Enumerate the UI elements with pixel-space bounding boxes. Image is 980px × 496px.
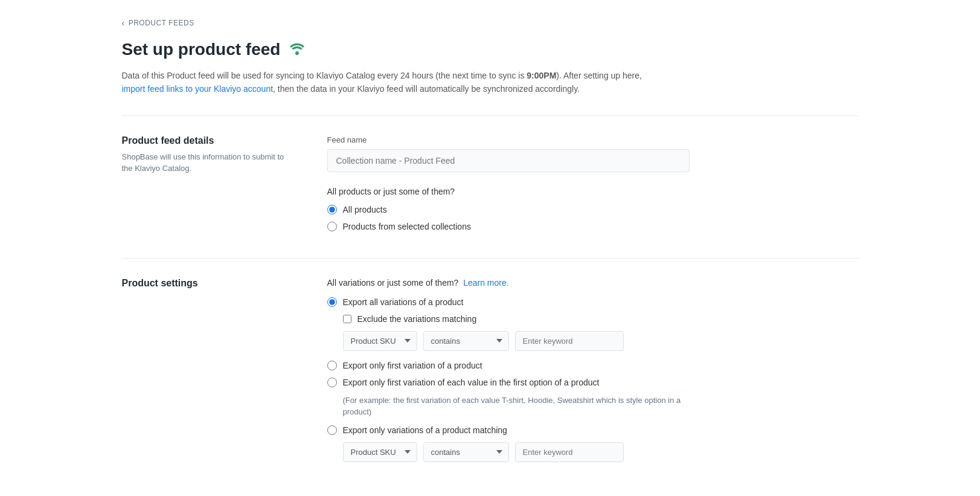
contains-select-1[interactable]: contains does not contain equals starts …: [423, 331, 509, 351]
radio-export-matching[interactable]: Export only variations of a product matc…: [327, 425, 859, 435]
radio-export-matching-label: Export only variations of a product matc…: [343, 425, 507, 435]
page-title: Set up product feed: [122, 40, 281, 59]
breadcrumb[interactable]: ‹ PRODUCT FEEDS: [122, 18, 859, 28]
import-feed-link[interactable]: import feed links to your Klaviyo accoun…: [122, 84, 274, 94]
radio-all-products[interactable]: All products: [327, 205, 859, 214]
radio-export-first-value-label: Export only first variation of each valu…: [343, 378, 600, 387]
radio-export-first-value[interactable]: Export only first variation of each valu…: [327, 378, 859, 387]
breadcrumb-arrow: ‹: [122, 18, 125, 28]
wifi-icon: [287, 42, 307, 58]
section-left-settings: Product settings: [122, 278, 291, 472]
checkbox-exclude-input[interactable]: [343, 315, 351, 323]
radio-all-products-input[interactable]: [327, 205, 337, 214]
radio-export-first-label: Export only first variation of a product: [343, 361, 482, 370]
radio-export-first-value-input[interactable]: [327, 378, 337, 387]
feed-name-label: Feed name: [327, 135, 859, 144]
svg-point-0: [295, 51, 299, 55]
page-description: Data of this Product feed will be used f…: [122, 69, 665, 96]
section-title-details: Product feed details: [122, 135, 291, 146]
radio-export-all[interactable]: Export all variations of a product: [327, 297, 859, 307]
radio-export-all-label: Export all variations of a product: [343, 297, 464, 307]
products-radio-group: All products or just some of them? All p…: [327, 187, 859, 231]
filter-row-1: Product SKU Product Title Product Type c…: [343, 331, 859, 351]
products-question-label: All products or just some of them?: [327, 187, 859, 196]
section-desc-details: ShopBase will use this information to su…: [122, 151, 291, 175]
learn-more-link[interactable]: Learn more.: [463, 278, 508, 288]
filter-row-2: Product SKU Product Title Product Type c…: [343, 442, 859, 462]
page-header: Set up product feed: [122, 40, 859, 59]
contains-select-2[interactable]: contains does not contain equals starts …: [423, 442, 509, 462]
sku-select-1[interactable]: Product SKU Product Title Product Type: [343, 331, 417, 351]
radio-export-first-input[interactable]: [327, 361, 337, 370]
sku-select-2[interactable]: Product SKU Product Title Product Type: [343, 442, 417, 462]
checkbox-exclude-label: Exclude the variations matching: [357, 314, 477, 324]
checkbox-exclude[interactable]: Exclude the variations matching: [343, 314, 859, 324]
page-container: ‹ PRODUCT FEEDS Set up product feed Data…: [98, 0, 883, 496]
radio-export-first[interactable]: Export only first variation of a product: [327, 361, 859, 370]
product-feed-details-section: Product feed details ShopBase will use t…: [122, 115, 859, 258]
radio-all-products-label: All products: [343, 205, 387, 214]
radio-export-all-input[interactable]: [327, 297, 337, 307]
section-left-details: Product feed details ShopBase will use t…: [122, 135, 291, 239]
feed-name-input[interactable]: [327, 149, 690, 172]
section-title-settings: Product settings: [122, 278, 291, 289]
radio-selected-collections-label: Products from selected collections: [343, 222, 471, 231]
breadcrumb-link[interactable]: PRODUCT FEEDS: [129, 19, 194, 27]
radio-selected-collections-input[interactable]: [327, 222, 337, 231]
section-right-settings: All variations or just some of them? Lea…: [327, 278, 859, 472]
keyword-input-1[interactable]: [515, 331, 624, 351]
variations-label: All variations or just some of them? Lea…: [327, 278, 859, 288]
product-settings-section: Product settings All variations or just …: [122, 258, 859, 491]
section-right-details: Feed name All products or just some of t…: [327, 135, 859, 239]
keyword-input-2[interactable]: [515, 442, 624, 462]
radio-export-first-value-desc: (For example: the first variation of eac…: [343, 395, 693, 418]
radio-selected-collections[interactable]: Products from selected collections: [327, 222, 859, 231]
radio-export-matching-input[interactable]: [327, 425, 337, 435]
